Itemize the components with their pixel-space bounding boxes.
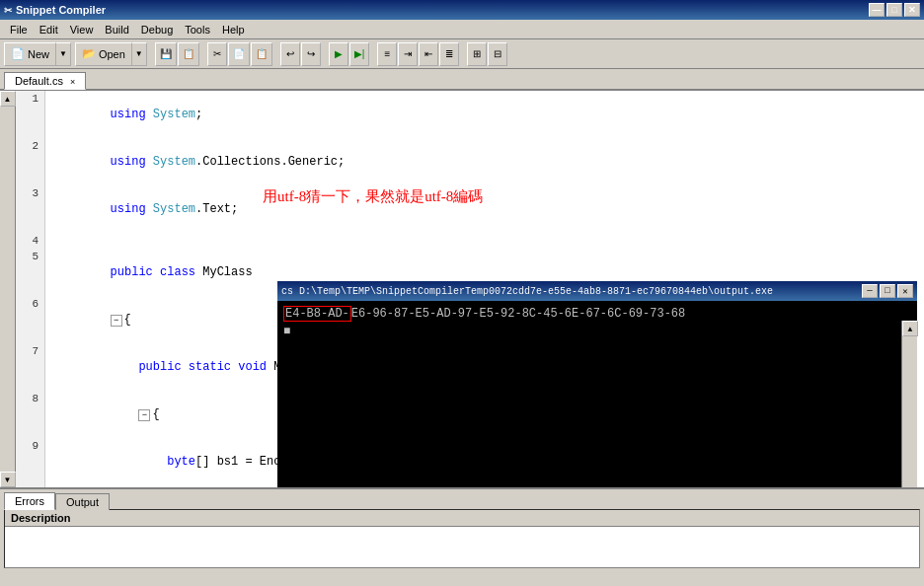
menu-help[interactable]: Help xyxy=(216,22,251,37)
toolbar-group-2: ✂ 📄 📋 xyxy=(207,42,272,66)
open-icon: 📂 xyxy=(82,47,96,60)
console-title-bar: cs D:\Temp\TEMP\SnippetCompilerTemp0072c… xyxy=(277,281,917,301)
toolbar-group-format: ≡ ⇥ ⇤ ≣ xyxy=(377,42,459,66)
scroll-down-button[interactable]: ▼ xyxy=(0,472,16,487)
close-button[interactable]: ✕ xyxy=(904,3,920,17)
menu-build[interactable]: Build xyxy=(99,22,134,37)
cut-button[interactable]: ✂ xyxy=(207,42,227,66)
console-scroll-up[interactable]: ▲ xyxy=(902,321,918,336)
new-label: New xyxy=(28,48,49,60)
toolbar-group-misc: ⊞ ⊟ xyxy=(467,42,507,66)
tab-bar: Default.cs × xyxy=(0,69,924,91)
menu-edit[interactable]: Edit xyxy=(34,22,64,37)
redo-button[interactable]: ↪ xyxy=(301,42,321,66)
code-line-2: 2 using System.Collections.Generic; xyxy=(16,138,924,185)
open-dropdown-arrow[interactable]: ▼ xyxy=(132,42,147,66)
new-split-button[interactable]: 📄 New ▼ xyxy=(4,42,71,66)
open-label: Open xyxy=(99,48,125,60)
console-output-rest: E6-96-87-E5-AD-97-E5-92-8C-45-6E-67-6C-6… xyxy=(351,307,685,321)
menu-view[interactable]: View xyxy=(64,22,100,37)
toolbar: 📄 New ▼ 📂 Open ▼ 💾 📋 ✂ 📄 📋 ↩ ↪ ▶ ▶| ≡ ⇥ … xyxy=(0,39,924,69)
outdent-button[interactable]: ⇤ xyxy=(419,42,438,66)
console-minimize[interactable]: — xyxy=(862,284,878,298)
save-all-button[interactable]: 📋 xyxy=(178,42,199,66)
errors-column-header: Description xyxy=(5,510,919,527)
collapse-6[interactable]: − xyxy=(111,315,122,327)
code-line-3: 3 using System.Text; xyxy=(16,185,924,233)
run-button[interactable]: ▶ xyxy=(329,42,348,66)
tab-default-cs[interactable]: Default.cs × xyxy=(4,72,86,90)
tab-errors[interactable]: Errors xyxy=(4,492,55,510)
code-editor[interactable]: 用utf-8猜一下，果然就是utf-8編碼 1 using System; 2 … xyxy=(16,91,924,487)
new-button[interactable]: 📄 New xyxy=(4,42,56,66)
bottom-tab-bar: Errors Output xyxy=(0,489,924,509)
console-window: cs D:\Temp\TEMP\SnippetCompilerTemp0072c… xyxy=(277,281,917,487)
undo-button[interactable]: ↩ xyxy=(280,42,300,66)
copy-button[interactable]: 📄 xyxy=(228,42,250,66)
collapse-8[interactable]: − xyxy=(138,409,150,421)
title-bar: ✂ Snippet Compiler — □ ✕ xyxy=(0,0,924,20)
app-icon: ✂ xyxy=(4,5,12,16)
console-output: E4-B8-AD-E6-96-87-E5-AD-97-E5-92-8C-45-6… xyxy=(283,305,895,323)
menu-bar: File Edit View Build Debug Tools Help xyxy=(0,20,924,39)
menu-debug[interactable]: Debug xyxy=(135,22,179,37)
paste-button[interactable]: 📋 xyxy=(251,42,272,66)
align-button[interactable]: ≣ xyxy=(439,42,459,66)
tab-label: Default.cs xyxy=(15,75,63,87)
scroll-up-button[interactable]: ▲ xyxy=(0,91,16,107)
menu-tools[interactable]: Tools xyxy=(179,22,216,37)
code-line-1: 1 using System; xyxy=(16,91,924,138)
indent-button[interactable]: ⇥ xyxy=(398,42,418,66)
maximize-button[interactable]: □ xyxy=(886,3,902,17)
vertical-scrollbar[interactable]: ▲ ▼ xyxy=(0,91,16,487)
minimize-button[interactable]: — xyxy=(869,3,885,17)
tab-close-button[interactable]: × xyxy=(70,77,75,87)
open-split-button[interactable]: 📂 Open ▼ xyxy=(75,42,147,66)
layout2-button[interactable]: ⊟ xyxy=(488,42,507,66)
toolbar-group-3: ↩ ↪ xyxy=(280,42,321,66)
toolbar-group-run: ▶ ▶| xyxy=(329,42,370,66)
format-button[interactable]: ≡ xyxy=(377,42,397,66)
window-controls: — □ ✕ xyxy=(869,3,920,17)
bottom-panel: Errors Output Description xyxy=(0,487,924,586)
new-dropdown-arrow[interactable]: ▼ xyxy=(56,42,71,66)
console-scroll-track xyxy=(902,336,917,487)
console-close[interactable]: ✕ xyxy=(897,284,913,298)
app-title: Snippet Compiler xyxy=(16,4,106,16)
console-maximize[interactable]: □ xyxy=(880,284,895,298)
run-step-button[interactable]: ▶| xyxy=(349,42,370,66)
save-button[interactable]: 💾 xyxy=(155,42,177,66)
bottom-content: Description xyxy=(4,509,920,568)
tab-output[interactable]: Output xyxy=(55,493,110,510)
open-button[interactable]: 📂 Open xyxy=(75,42,132,66)
code-line-4: 4 xyxy=(16,233,924,249)
console-title: cs D:\Temp\TEMP\SnippetCompilerTemp0072c… xyxy=(281,286,862,297)
console-vertical-scrollbar[interactable]: ▲ ▼ xyxy=(901,321,917,487)
console-controls: — □ ✕ xyxy=(862,284,913,298)
scroll-track[interactable] xyxy=(0,107,15,472)
toolbar-group-1: 💾 📋 xyxy=(155,42,199,66)
main-area: ▲ ▼ 用utf-8猜一下，果然就是utf-8編碼 1 using System… xyxy=(0,91,924,487)
console-body: E4-B8-AD-E6-96-87-E5-AD-97-E5-92-8C-45-6… xyxy=(277,301,901,487)
console-highlight: E4-B8-AD- xyxy=(283,306,351,322)
layout-button[interactable]: ⊞ xyxy=(467,42,487,66)
new-icon: 📄 xyxy=(11,47,25,60)
menu-file[interactable]: File xyxy=(4,22,34,37)
